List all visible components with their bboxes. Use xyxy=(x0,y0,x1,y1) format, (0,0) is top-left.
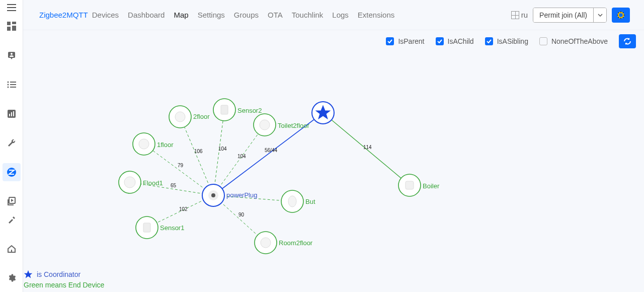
node-label: powerPlug xyxy=(226,191,257,199)
nav-groups[interactable]: Groups xyxy=(234,11,259,19)
node-2floor[interactable]: 2floor xyxy=(169,106,210,128)
legend-enddevice-text: Green means End Device xyxy=(24,281,104,289)
nav-extensions[interactable]: Extensions xyxy=(358,11,394,19)
svg-rect-0 xyxy=(7,22,11,25)
svg-point-61 xyxy=(288,196,296,207)
checkbox-icon xyxy=(436,37,444,45)
node-boiler[interactable]: Boiler xyxy=(398,174,440,196)
svg-rect-24 xyxy=(617,15,618,16)
filter-label: IsParent xyxy=(398,37,424,45)
sidebar-item-charts[interactable] xyxy=(3,105,21,123)
nav-touchlink[interactable]: Touchlink xyxy=(292,11,324,19)
svg-line-30 xyxy=(180,117,213,195)
hamburger-icon xyxy=(7,4,16,11)
nav-ota[interactable]: OTA xyxy=(268,11,283,19)
sidebar-item-list[interactable] xyxy=(3,76,21,94)
broken-image-icon xyxy=(511,11,519,19)
lqi-label: 104 xyxy=(237,154,246,159)
svg-point-55 xyxy=(124,177,135,188)
checkbox-icon xyxy=(386,37,394,45)
wrench-icon xyxy=(7,138,16,148)
permit-join-button[interactable]: Permit join (All) xyxy=(533,8,593,22)
lqi-label: 56/44 xyxy=(265,148,277,153)
node-label: Sensor1 xyxy=(160,224,184,232)
node-1floor[interactable]: 1floor xyxy=(133,133,174,155)
legend-coordinator-text: is Coordinator xyxy=(37,270,80,278)
node-label: Flood1 xyxy=(143,179,163,187)
sidebar-item-build[interactable] xyxy=(3,210,21,229)
network-map[interactable]: 106 104 104 56/44 114 79 65 102 90 power… xyxy=(23,52,644,292)
node-toilet2floor[interactable]: Toilet2floor xyxy=(254,114,310,136)
svg-point-21 xyxy=(619,13,623,17)
svg-rect-10 xyxy=(10,84,16,85)
lqi-label: 65 xyxy=(171,183,177,188)
topbar: Zigbee2MQTT Devices Dashboard Map Settin… xyxy=(23,0,644,30)
language-selector[interactable]: ru xyxy=(511,11,528,19)
svg-line-33 xyxy=(144,144,213,195)
lqi-label: 79 xyxy=(178,163,184,168)
filter-is-parent[interactable]: IsParent xyxy=(386,37,424,45)
svg-rect-22 xyxy=(620,11,621,12)
svg-rect-16 xyxy=(13,111,14,116)
map-settings-button[interactable] xyxy=(612,8,630,23)
nav-map[interactable]: Map xyxy=(174,11,188,19)
permit-join-dropdown[interactable] xyxy=(593,8,606,22)
star-icon xyxy=(24,270,33,279)
svg-rect-3 xyxy=(12,26,16,31)
svg-rect-25 xyxy=(623,15,624,16)
lqi-label: 106 xyxy=(194,149,203,154)
sidebar-item-settings[interactable] xyxy=(3,269,21,287)
sidebar-item-devices[interactable] xyxy=(3,46,21,64)
svg-point-59 xyxy=(261,238,271,248)
filter-none-of-the-above[interactable]: NoneOfTheAbove xyxy=(539,37,608,45)
svg-rect-8 xyxy=(10,82,16,83)
filter-label: IsASibling xyxy=(497,37,528,45)
node-powerplug[interactable]: powerPlug xyxy=(202,184,257,206)
sidebar-item-media[interactable] xyxy=(3,192,21,210)
sidebar-item-home[interactable] xyxy=(3,240,21,258)
menu-toggle[interactable] xyxy=(0,3,23,12)
node-sensor2[interactable]: Sensor2 xyxy=(213,99,262,121)
sidebar xyxy=(0,0,23,292)
node-coordinator[interactable] xyxy=(312,102,334,124)
lqi-label: 104 xyxy=(218,146,227,152)
node-but[interactable]: But xyxy=(281,190,315,212)
nav-dashboard[interactable]: Dashboard xyxy=(128,11,165,19)
filter-label: IsAChild xyxy=(448,37,474,45)
refresh-icon xyxy=(623,37,631,45)
node-label: Room2floor xyxy=(279,239,313,247)
person-icon xyxy=(7,51,16,60)
node-room2floor[interactable]: Room2floor xyxy=(255,232,313,254)
nav-devices[interactable]: Devices xyxy=(92,11,119,19)
svg-rect-2 xyxy=(7,27,11,31)
filter-is-a-child[interactable]: IsAChild xyxy=(436,37,474,45)
dashboard-icon xyxy=(7,22,16,31)
bar-chart-icon xyxy=(8,110,16,118)
sidebar-item-dashboard[interactable] xyxy=(3,17,21,35)
svg-rect-57 xyxy=(143,223,150,232)
svg-rect-23 xyxy=(620,18,621,19)
node-flood1[interactable]: Flood1 xyxy=(119,171,163,193)
refresh-button[interactable] xyxy=(619,34,636,48)
svg-point-47 xyxy=(175,112,185,122)
sidebar-item-zigbee[interactable] xyxy=(3,163,21,181)
filter-is-a-sibling[interactable]: IsASibling xyxy=(485,37,528,45)
chevron-down-icon xyxy=(598,14,603,17)
brand[interactable]: Zigbee2MQTT xyxy=(39,11,88,19)
svg-marker-19 xyxy=(11,199,14,202)
lqi-label: 102 xyxy=(179,206,188,212)
lqi-label: 114 xyxy=(363,144,372,150)
nav-settings[interactable]: Settings xyxy=(198,11,225,19)
gear-icon xyxy=(7,273,16,282)
svg-rect-45 xyxy=(406,181,414,189)
sidebar-item-tools[interactable] xyxy=(3,134,21,152)
legend: is Coordinator Green means End Device xyxy=(24,270,104,289)
svg-point-43 xyxy=(211,193,215,197)
layers-icon xyxy=(7,197,16,206)
cog-icon xyxy=(616,11,625,20)
node-label: But xyxy=(305,198,315,205)
nav-logs[interactable]: Logs xyxy=(332,11,349,19)
home-icon xyxy=(7,244,16,253)
node-label: 1floor xyxy=(157,141,174,149)
node-sensor1[interactable]: Sensor1 xyxy=(136,216,184,239)
